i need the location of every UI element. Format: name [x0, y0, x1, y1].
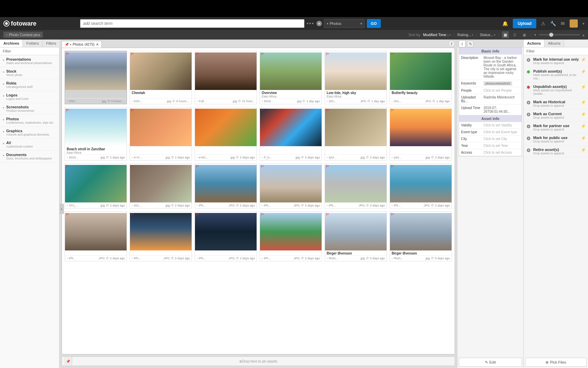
asset-card[interactable]: 🏳▫iPh....JPG⏱2 days ago	[325, 163, 387, 209]
flag-icon[interactable]: 🏳	[196, 164, 201, 170]
tab-archives[interactable]: Archives	[0, 40, 23, 47]
archive-item[interactable]: ▪RoklaUncategorized stuff	[0, 79, 59, 91]
asset-card[interactable]: 🏳Butterfly beauty▫201....JPG⏱1 day ago	[390, 51, 452, 104]
flag-icon[interactable]: 🏳	[391, 164, 396, 170]
flag-icon[interactable]: 🏳	[66, 108, 71, 113]
sort-dropdown[interactable]: Modified Time↓	[423, 33, 451, 37]
asset-card[interactable]: 🏳Low tide, high skyEast Africa▫201....JP…	[325, 51, 387, 104]
pick-files-button[interactable]: ⊕ Pick Files	[525, 358, 587, 367]
bell-icon[interactable]: 🔔	[502, 21, 508, 26]
asset-card[interactable]: 🏳▫P_b....jpg⏱2 days ago	[260, 107, 322, 160]
uploadtime-row[interactable]: Upload Time 2018-07-26T08:01:44.60...	[459, 105, 522, 115]
rating-dropdown[interactable]: Rating...	[457, 33, 473, 37]
zoom-out-icon[interactable]: ▾	[534, 33, 536, 37]
asset-card[interactable]: 🏳Birger Øvensen▫Rivin....jpg⏱5 days ago	[325, 211, 387, 261]
actions-filter-input[interactable]: Filter	[524, 47, 588, 55]
archive-item[interactable]: ▪AVAudiovisual content	[0, 139, 59, 151]
flag-icon[interactable]: 🏳	[261, 108, 266, 113]
action-item[interactable]: ⚙Mark for partner useDrop assets to appe…	[524, 122, 588, 134]
flag-icon[interactable]: 🏳	[131, 52, 136, 57]
asset-card[interactable]: 🏳▫iPh....JPG⏱2 days ago	[260, 163, 322, 209]
bolt-icon[interactable]: ⚡	[581, 100, 586, 105]
bolt-icon[interactable]: ⚡	[581, 136, 586, 140]
bolt-icon[interactable]: ⚡	[581, 69, 586, 74]
city-row[interactable]: CityClick to set City	[459, 136, 522, 142]
keywords-row[interactable]: Keywords photocontest2018	[459, 80, 522, 87]
flag-icon[interactable]: 🏳	[66, 52, 71, 57]
flag-icon[interactable]: 🏳	[66, 212, 71, 218]
archive-item[interactable]: ▪PhotosConferences, tradeshows, trips et…	[0, 115, 59, 127]
center-tab[interactable]: 📌 ▪ Photos (4275) ✕	[62, 41, 102, 48]
avatar-chevron-icon[interactable]: ▾	[583, 21, 585, 26]
bolt-icon[interactable]: ⚡	[581, 57, 586, 62]
go-button[interactable]: GO	[367, 19, 381, 28]
bolt-icon[interactable]: ⚡	[581, 112, 586, 117]
flag-icon[interactable]: 🏳	[326, 212, 331, 218]
archive-item[interactable]: ▪DocumentsDocs, brochures and whitepaper…	[0, 151, 59, 163]
asset-card[interactable]: 🏳Beach stroll in ZanzibarEast Africa▫201…	[65, 107, 127, 160]
tab-filters[interactable]: Filters	[43, 40, 60, 47]
avatar[interactable]	[570, 19, 578, 28]
flag-icon[interactable]: 🏳	[196, 212, 201, 218]
asset-card[interactable]: 🏳Cheetah▫DSC....jpg⏱6 hours ...	[130, 51, 192, 104]
pin-icon[interactable]: 📌	[64, 357, 72, 366]
asset-card[interactable]: 🏳▫iPh....JPG⏱2 days ago	[195, 163, 257, 209]
keyword-tag[interactable]: photocontest2018	[484, 81, 512, 86]
flag-icon[interactable]: 🏳	[66, 164, 71, 170]
asset-card[interactable]: 🏳▫iPh....JPG⏱2 days ago	[130, 211, 192, 261]
action-item[interactable]: ⚙Mark as HistoricalDrop assets to append…	[524, 98, 588, 110]
large-view-icon[interactable]: ▣	[521, 31, 528, 38]
flag-icon[interactable]: 🏳	[261, 164, 266, 170]
wrench-icon[interactable]: 🔧	[550, 21, 556, 26]
uploadedby-row[interactable]: Uploaded By... Radmila Milenkovich	[459, 94, 522, 105]
asset-card[interactable]: 🏳▫DSC....jpg⏱6 hours ...	[65, 51, 127, 104]
flag-icon[interactable]: 🏳	[391, 52, 396, 57]
edit-button[interactable]: ✎ Edit	[459, 358, 522, 367]
asset-card[interactable]: 🏳▫201....jpg⏱2 days ago	[130, 163, 192, 209]
inbox-icon[interactable]: ✉	[561, 21, 565, 26]
flag-icon[interactable]: 🏳	[196, 52, 201, 57]
bolt-icon[interactable]: ⚡	[581, 124, 586, 128]
people-row[interactable]: People Click to set People	[459, 87, 522, 94]
pin-dropzone[interactable]: 📌 ⊕ Drop here to pin assets	[62, 356, 455, 366]
action-item[interactable]: ⚙Mark for internal use onlyDrop assets t…	[524, 55, 588, 67]
filter-input[interactable]: Filter	[0, 47, 59, 55]
search-input[interactable]	[80, 19, 305, 28]
upload-button[interactable]: Upload	[513, 19, 536, 28]
flag-icon[interactable]: 🏳	[326, 108, 331, 113]
asset-card[interactable]: 🏳Birger Øvensen▫Rivin....jpg⏱5 days ago	[390, 211, 452, 261]
list-view-icon[interactable]: ☰	[511, 31, 518, 38]
bolt-icon[interactable]: ⚡	[581, 148, 586, 152]
event-row[interactable]: Event typeClick to set Event type	[459, 129, 522, 136]
asset-card[interactable]: 🏳▫ywz....jpg⏱2 days ago	[390, 107, 452, 160]
year-row[interactable]: YearClick to set Year	[459, 142, 522, 149]
asset-card[interactable]: 🏳▫iPh....JPG⏱2 days ago	[65, 211, 127, 261]
clear-search-icon[interactable]: ✕	[316, 21, 322, 26]
flag-icon[interactable]: 🏳	[391, 212, 396, 218]
tab-folders[interactable]: Folders	[23, 40, 43, 47]
archive-item[interactable]: ▪ScreenshotsProduct screenshots	[0, 103, 59, 115]
action-item[interactable]: ✱Publish asset(s)Mark assets as publishe…	[524, 67, 588, 82]
action-item[interactable]: ⚙Mark as CurrentDrop assets to append⚡	[524, 110, 588, 122]
asset-card[interactable]: 🏳▫Full....jpg⏱21 hour...	[195, 51, 257, 104]
bolt-icon[interactable]: ⚡	[581, 85, 586, 89]
action-item[interactable]: ⚙Retire asset(s)Drop assets to append⚡	[524, 145, 588, 157]
archive-item[interactable]: ▪GraphicsArtwork and graphical elements	[0, 127, 59, 139]
asset-card[interactable]: 🏳▫3Yn_....jpg⏱2 days ago	[65, 163, 127, 209]
asset-card[interactable]: 🏳OverviewEast Africa▫2018....jpg⏱1 day a…	[260, 51, 322, 104]
validity-row[interactable]: ValidityClick to set Validity	[459, 122, 522, 129]
asset-card[interactable]: 🏳▫iPh....JPG⏱2 days ago	[260, 211, 322, 261]
archive-item[interactable]: ▪LogosLogos and icons	[0, 91, 59, 103]
description-row[interactable]: Description Mossel Bay - a harbor town o…	[459, 55, 522, 80]
slider-thumb[interactable]	[549, 33, 553, 37]
scope-dropdown[interactable]: ▪ Photos	[324, 19, 365, 28]
asset-card[interactable]: 🏳▫iPh....JPG⏱2 days ago	[390, 163, 452, 209]
flag-icon[interactable]: 🏳	[131, 212, 136, 218]
archive-item[interactable]: ▪PresentationsSales and technical presen…	[0, 55, 59, 67]
asset-card[interactable]: 🏳▫e-bG....jpg⏱2 days ago	[195, 107, 257, 160]
alert-icon[interactable]: ⚠	[541, 21, 545, 26]
flag-icon[interactable]: 🏳	[261, 212, 266, 218]
action-item[interactable]: ✱Unpublish asset(s)Mark assets as Unpubl…	[524, 82, 588, 98]
close-tab-icon[interactable]: ✕	[96, 43, 99, 46]
flag-icon[interactable]: 🏳	[131, 108, 136, 113]
